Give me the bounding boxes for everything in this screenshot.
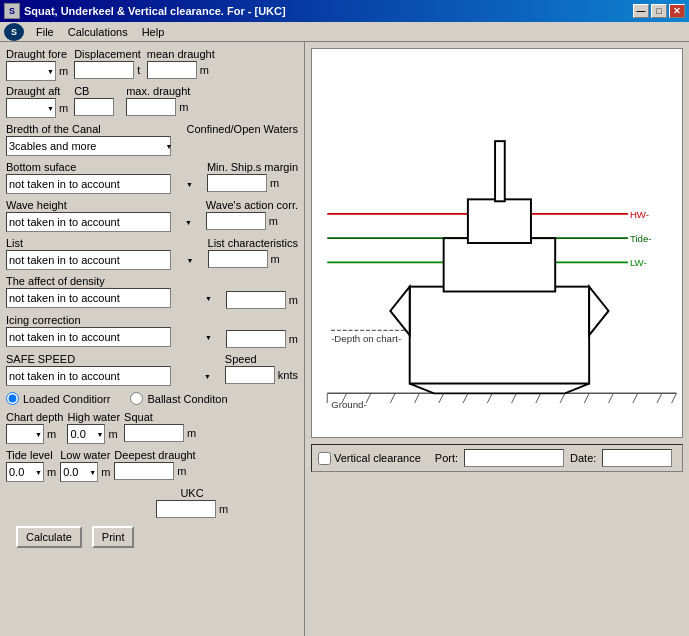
date-input[interactable] [602, 449, 672, 467]
safe-speed-select[interactable]: not taken in to account [6, 366, 171, 386]
icing-corr-input[interactable] [226, 330, 286, 348]
calculate-button[interactable]: Calculate [16, 526, 82, 548]
svg-marker-26 [410, 384, 589, 394]
close-button[interactable]: ✕ [669, 4, 685, 18]
right-panel: Ground- -Depth on chart- HW- Tide- LW- [305, 42, 689, 636]
port-input[interactable] [464, 449, 564, 467]
list-char-label: List characteristics [208, 237, 298, 249]
low-water-select[interactable]: 0.0 [60, 462, 98, 482]
ukc-label: UKC [156, 487, 228, 499]
max-draught-unit: m [179, 101, 188, 113]
svg-line-12 [584, 393, 589, 403]
displacement-label: Displacement [74, 48, 141, 60]
app-icon: S [4, 3, 20, 19]
minimize-button[interactable]: — [633, 4, 649, 18]
radio-loaded[interactable] [6, 392, 19, 405]
menu-file[interactable]: File [30, 24, 60, 40]
min-ships-margin-input[interactable] [207, 174, 267, 192]
high-water-label: High water [67, 411, 120, 423]
high-water-select[interactable]: 0.0 [67, 424, 105, 444]
squat-input[interactable] [124, 424, 184, 442]
svg-line-15 [657, 393, 662, 403]
svg-rect-25 [410, 287, 589, 384]
ship-diagram: Ground- -Depth on chart- HW- Tide- LW- [311, 48, 683, 438]
tide-level-label: Tide level [6, 449, 56, 461]
draught-aft-select[interactable] [6, 98, 56, 118]
mean-draught-label: mean draught [147, 48, 215, 60]
svg-line-16 [672, 393, 677, 403]
draught-fore-unit: m [59, 65, 68, 77]
deepest-draught-input[interactable] [114, 462, 174, 480]
tide-level-select[interactable]: 0.0 [6, 462, 44, 482]
date-label: Date: [570, 452, 596, 464]
print-button[interactable]: Print [92, 526, 135, 548]
radio-ballast-label: Ballast Conditon [147, 393, 227, 405]
svg-line-11 [560, 393, 565, 403]
svg-marker-30 [390, 287, 409, 336]
svg-line-14 [633, 393, 638, 403]
radio-loaded-group: Loaded Conditiorr [6, 392, 110, 405]
window-title: Squat, Underkeel & Vertical clearance. F… [24, 5, 286, 17]
radio-loaded-label: Loaded Conditiorr [23, 393, 110, 405]
svg-line-10 [536, 393, 541, 403]
wave-height-select[interactable]: not taken in to account [6, 212, 171, 232]
density-select[interactable]: not taken in to account [6, 288, 171, 308]
displacement-input[interactable] [74, 61, 134, 79]
app-logo: S [4, 23, 24, 41]
radio-ballast[interactable] [130, 392, 143, 405]
vertical-clearance-checkbox[interactable] [318, 452, 331, 465]
draught-fore-label: Draught fore [6, 48, 68, 60]
draught-aft-unit: m [59, 102, 68, 114]
displacement-unit: t [137, 64, 140, 76]
list-select[interactable]: not taken in to account [6, 250, 171, 270]
ukc-input[interactable] [156, 500, 216, 518]
icing-label: Icing correction [6, 314, 214, 326]
svg-rect-29 [495, 141, 505, 201]
waves-action-label: Wave's action corr. [206, 199, 298, 211]
speed-unit: knts [278, 369, 298, 381]
left-panel: Draught fore m Displacement t [0, 42, 305, 636]
bottom-surface-select[interactable]: not taken in to account [6, 174, 171, 194]
svg-line-5 [415, 393, 420, 403]
menu-help[interactable]: Help [136, 24, 171, 40]
ground-label: Ground- [331, 399, 367, 410]
svg-text:-Depth on chart-: -Depth on chart- [331, 333, 401, 344]
svg-line-3 [366, 393, 371, 403]
safe-speed-label: SAFE SPEED [6, 353, 213, 365]
cb-label: CB [74, 85, 114, 97]
density-corr-input[interactable] [226, 291, 286, 309]
draught-fore-select[interactable] [6, 61, 56, 81]
confined-label: Confined/Open Waters [187, 123, 298, 135]
density-label: The affect of density [6, 275, 214, 287]
chart-depth-label: Chart depth [6, 411, 63, 423]
speed-input[interactable] [225, 366, 275, 384]
max-draught-input[interactable] [126, 98, 176, 116]
squat-label: Squat [124, 411, 196, 423]
svg-line-7 [463, 393, 468, 403]
icing-select[interactable]: not taken in to account [6, 327, 171, 347]
list-label: List [6, 237, 196, 249]
min-ships-margin-label: Min. Ship.s margin [207, 161, 298, 173]
svg-text:LW-: LW- [630, 257, 647, 268]
svg-line-8 [487, 393, 492, 403]
maximize-button[interactable]: □ [651, 4, 667, 18]
radio-ballast-group: Ballast Conditon [130, 392, 227, 405]
deepest-draught-label: Deepest draught [114, 449, 195, 461]
max-draught-label: max. draught [126, 85, 190, 97]
menu-calculations[interactable]: Calculations [62, 24, 134, 40]
vertical-clearance-label: Vertical clearance [334, 452, 421, 464]
mean-draught-input[interactable] [147, 61, 197, 79]
draught-aft-label: Draught aft [6, 85, 68, 97]
breadth-canal-select[interactable]: 3cables and more [6, 136, 171, 156]
svg-line-9 [512, 393, 517, 403]
chart-depth-select[interactable] [6, 424, 44, 444]
port-label: Port: [435, 452, 458, 464]
waves-action-input[interactable] [206, 212, 266, 230]
list-char-input[interactable] [208, 250, 268, 268]
cb-input[interactable] [74, 98, 114, 116]
svg-rect-28 [468, 199, 531, 243]
title-bar: S Squat, Underkeel & Vertical clearance.… [0, 0, 689, 22]
low-water-label: Low water [60, 449, 110, 461]
bottom-surface-label: Bottom suface [6, 161, 195, 173]
svg-line-13 [609, 393, 614, 403]
